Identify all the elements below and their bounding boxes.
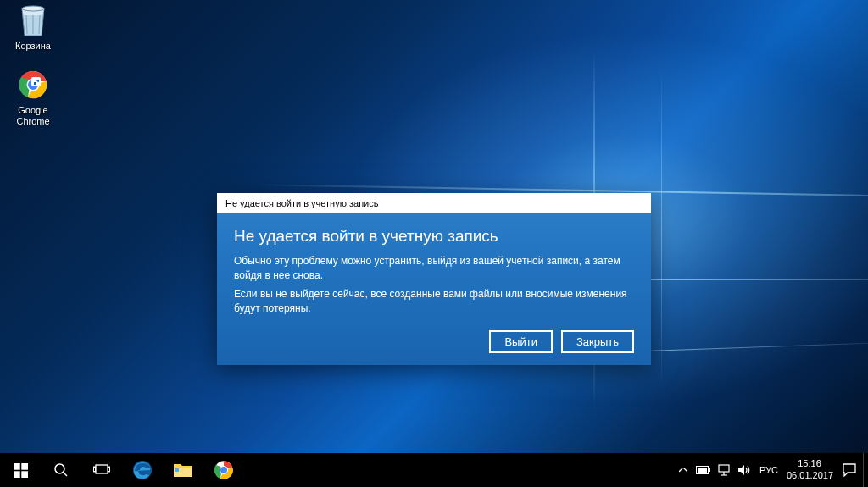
desktop-icon-recycle-bin[interactable]: Корзина [2, 3, 64, 52]
desktop-icon-chrome[interactable]: Google Chrome [2, 68, 64, 127]
svg-rect-4 [14, 463, 20, 470]
tray-language[interactable]: РУС [754, 453, 783, 487]
tray-chevron-up[interactable] [673, 453, 693, 487]
tray-clock[interactable]: 15:16 06.01.2017 [783, 458, 836, 482]
svg-rect-10 [96, 465, 108, 473]
taskbar-app-edge[interactable] [122, 453, 163, 487]
tray-date: 06.01.2017 [787, 470, 832, 482]
chevron-up-icon [679, 468, 687, 473]
tray-battery[interactable] [693, 453, 714, 487]
svg-point-0 [22, 6, 44, 11]
svg-rect-20 [698, 468, 707, 473]
tray-network[interactable] [714, 453, 734, 487]
folder-icon [173, 462, 193, 479]
desktop-icon-label: Корзина [2, 41, 64, 52]
search-button[interactable] [41, 453, 81, 487]
svg-point-17 [220, 467, 227, 473]
dialog-text-1: Обычно эту проблему можно устранить, вый… [234, 254, 634, 284]
dialog-button-row: Выйти Закрыть [234, 330, 634, 353]
chrome-icon [16, 68, 50, 102]
taskbar-right: РУС 15:16 06.01.2017 [673, 453, 868, 487]
recycle-bin-icon [16, 3, 50, 37]
taskbar-app-file-explorer[interactable] [163, 453, 203, 487]
tray-time: 15:16 [787, 458, 832, 470]
task-view-icon [93, 463, 110, 477]
svg-rect-7 [21, 471, 28, 478]
svg-rect-5 [21, 463, 28, 470]
svg-rect-6 [14, 471, 20, 478]
taskbar-app-chrome[interactable] [203, 453, 244, 487]
dialog-titlebar: Не удается войти в учетную запись [217, 193, 651, 213]
search-icon [53, 462, 69, 478]
taskbar-left [0, 453, 244, 487]
desktop-icon-label: Google Chrome [2, 105, 64, 127]
shortcut-arrow-icon [31, 77, 41, 86]
show-desktop-button[interactable] [863, 453, 868, 487]
svg-rect-12 [108, 467, 110, 472]
volume-icon [737, 464, 751, 476]
tray-action-center[interactable] [836, 453, 863, 487]
svg-rect-14 [175, 468, 179, 472]
svg-rect-21 [719, 465, 729, 472]
windows-logo-icon [14, 463, 28, 478]
taskbar: РУС 15:16 06.01.2017 [0, 453, 868, 487]
signin-error-dialog: Не удается войти в учетную запись Не уда… [217, 193, 651, 365]
action-center-icon [843, 463, 856, 477]
signout-button[interactable]: Выйти [489, 330, 553, 353]
tray-volume[interactable] [734, 453, 754, 487]
svg-rect-11 [94, 467, 96, 472]
close-button[interactable]: Закрыть [561, 330, 634, 353]
svg-point-8 [55, 464, 64, 473]
battery-icon [696, 466, 711, 475]
svg-rect-19 [709, 468, 710, 472]
dialog-heading: Не удается войти в учетную запись [234, 227, 634, 246]
svg-line-9 [64, 473, 67, 476]
chrome-icon [214, 460, 234, 480]
dialog-text-2: Если вы не выйдете сейчас, все созданные… [234, 287, 634, 317]
dialog-body: Не удается войти в учетную запись Обычно… [217, 213, 651, 365]
task-view-button[interactable] [81, 453, 122, 487]
start-button[interactable] [0, 453, 41, 487]
network-icon [717, 464, 731, 476]
edge-icon [131, 459, 153, 481]
